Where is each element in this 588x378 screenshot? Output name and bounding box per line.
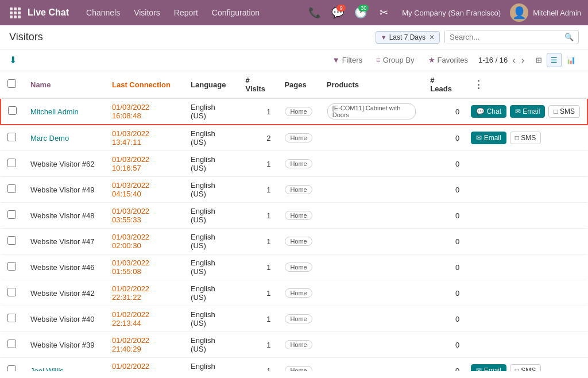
visitor-name[interactable]: Mitchell Admin [30,107,79,116]
sms-button[interactable]: □ SMS [510,132,541,144]
visits-cell: 1 [239,280,278,306]
col-name[interactable]: Name [24,71,105,98]
actions-cell: ✉ Email□ SMS [464,125,587,151]
row-checkbox[interactable] [7,262,16,271]
search-input[interactable] [445,30,560,44]
language-cell: English (US) [184,358,238,372]
col-pages[interactable]: Pages [277,71,319,98]
page-pill[interactable]: Home [285,237,312,246]
top-navigation: Live Chat Channels Visitors Report Confi… [0,0,588,25]
nav-report[interactable]: Report [168,6,204,20]
table-row: Website Visitor #4001/02/2022 22:13:44En… [1,306,587,332]
table-row: Joel Willis01/02/2022 18:26:14English (U… [1,358,587,372]
chart-view-icon[interactable]: 📊 [563,53,579,67]
clock-badge: 30 [358,5,369,11]
row-checkbox[interactable] [7,159,16,167]
select-all-checkbox[interactable] [7,79,16,88]
groupby-button[interactable]: ≡ Group By [373,53,418,67]
row-checkbox[interactable] [7,184,16,193]
page-pill[interactable]: Home [285,107,312,116]
col-last-connection[interactable]: Last Connection [105,71,184,98]
page-pill[interactable]: Home [285,288,312,298]
scissor-icon[interactable]: ✂ [374,3,393,22]
avatar[interactable]: 👤 [510,3,528,22]
page-pill[interactable]: Home [285,340,312,349]
language-cell: English (US) [184,177,238,203]
select-all-header[interactable] [1,71,24,98]
last-connection-cell: 01/03/2022 01:55:08 [105,254,184,280]
col-more-icon[interactable]: ⋮ [471,79,486,90]
row-checkbox[interactable] [7,314,16,322]
visits-cell: 1 [239,151,278,177]
visitor-name[interactable]: Joel Willis [30,367,64,372]
visitor-name: Website Visitor #47 [30,237,95,246]
filter-tag-last7days[interactable]: ▼ Last 7 Days ✕ [376,31,440,44]
filters-button[interactable]: ▼ Filters [329,53,366,67]
row-checkbox[interactable] [7,133,16,141]
row-checkbox[interactable] [7,288,16,296]
search-icon[interactable]: 🔍 [560,30,578,44]
page-pill[interactable]: Home [285,159,312,168]
visitor-name[interactable]: Marc Demo [30,134,69,142]
toolbar-right: ▼ Filters ≡ Group By ★ Favorites 1-16 / … [329,53,579,67]
row-checkbox[interactable] [8,106,17,115]
email-button[interactable]: ✉ Email [510,105,545,118]
leads-cell: 0 [423,254,464,280]
table-row: Mitchell Admin01/03/2022 16:08:48English… [1,98,587,125]
visitor-name: Website Visitor #46 [30,263,95,272]
nav-configuration[interactable]: Configuration [206,6,265,20]
filter-tag-close[interactable]: ✕ [429,33,435,41]
leads-cell: 0 [423,203,464,229]
actions-cell [464,203,587,229]
products-cell [320,177,424,203]
leads-cell: 0 [423,280,464,306]
page-pill[interactable]: Home [285,211,312,220]
list-view-icon[interactable]: ☰ [547,53,562,67]
visitors-table: Name Last Connection Language # Visits P… [0,71,588,371]
page-pill[interactable]: Home [285,314,312,323]
pages-cell: Home [277,306,319,332]
col-language[interactable]: Language [184,71,238,98]
row-checkbox[interactable] [7,236,16,245]
product-pill[interactable]: [E-COM11] Cabinet with Doors [327,103,416,119]
favorites-button[interactable]: ★ Favorites [425,53,471,67]
table-row: Website Visitor #4201/02/2022 22:31:22En… [1,280,587,306]
email-button[interactable]: ✉ Email [471,364,506,371]
col-leads[interactable]: # Leads [423,71,464,98]
email-button[interactable]: ✉ Email [471,132,506,144]
col-visits[interactable]: # Visits [239,71,278,98]
phone-icon[interactable]: 📞 [305,3,324,22]
actions-cell [464,332,587,358]
visitor-name: Website Visitor #42 [30,289,95,298]
page-pill[interactable]: Home [285,263,312,272]
kanban-view-icon[interactable]: ⊞ [532,53,546,67]
download-icon[interactable]: ⬇ [9,55,17,65]
col-products[interactable]: Products [320,71,424,98]
row-checkbox[interactable] [7,210,16,219]
prev-page-button[interactable]: ‹ [511,54,516,67]
row-checkbox[interactable] [7,365,16,371]
nav-visitors[interactable]: Visitors [128,6,166,20]
username: Mitchell Admin [533,9,581,17]
language-cell: English (US) [184,151,238,177]
sms-button[interactable]: □ SMS [548,105,580,118]
company-name: My Company (San Francisco) [402,9,501,17]
page-pill[interactable]: Home [285,133,312,142]
row-checkbox[interactable] [7,340,16,348]
clock-icon[interactable]: 🕐 30 [351,3,370,22]
last-connection-cell: 01/03/2022 13:47:11 [105,125,184,151]
next-page-button[interactable]: › [520,54,525,67]
nav-channels[interactable]: Channels [80,6,126,20]
page-pill[interactable]: Home [285,366,312,371]
chat-icon[interactable]: 💬 9 [328,3,347,22]
filter-icon: ▼ [332,56,340,64]
page-pill[interactable]: Home [285,185,312,194]
language-cell: English (US) [184,306,238,332]
sms-button[interactable]: □ SMS [510,364,541,371]
apps-menu-icon[interactable] [7,5,23,21]
language-cell: English (US) [184,125,238,151]
chat-button[interactable]: 💬 Chat [471,105,506,118]
view-icons: ⊞ ☰ 📊 [532,53,579,67]
products-cell [320,358,424,372]
visits-cell: 1 [239,306,278,332]
